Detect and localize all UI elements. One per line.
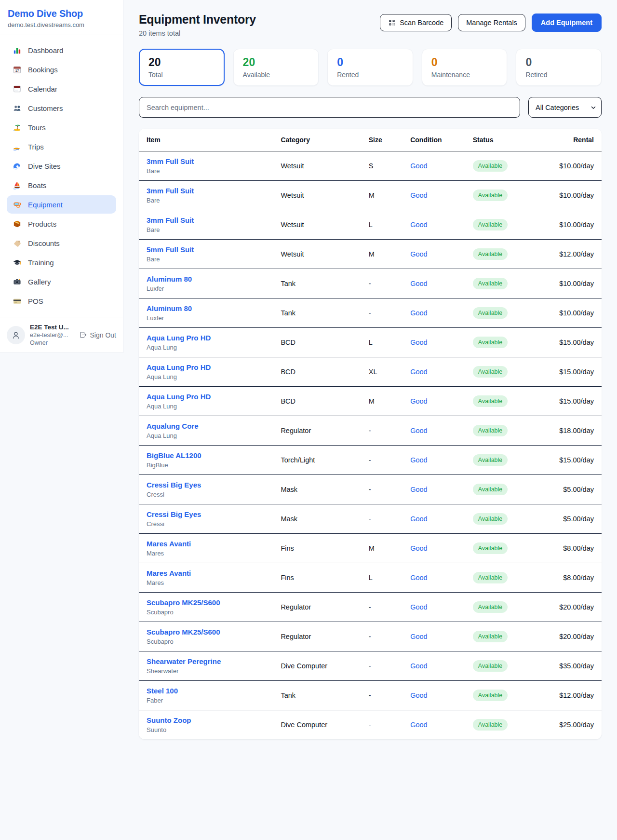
item-name-link[interactable]: Cressi Big Eyes [147, 510, 265, 518]
table-row[interactable]: Shearwater Peregrine Shearwater Dive Com… [139, 651, 602, 681]
table-row[interactable]: Cressi Big Eyes Cressi Mask - Good Avail… [139, 504, 602, 534]
sidebar-item-trips[interactable]: Trips [7, 137, 116, 156]
item-size: - [361, 622, 402, 651]
status-badge: Available [473, 690, 508, 701]
item-name-link[interactable]: Aluminum 80 [147, 275, 265, 283]
scan-barcode-button[interactable]: Scan Barcode [380, 14, 452, 31]
sidebar-item-gallery[interactable]: Gallery [7, 272, 116, 291]
table-row[interactable]: Mares Avanti Mares Fins L Good Available… [139, 563, 602, 593]
sidebar-item-dashboard[interactable]: Dashboard [7, 41, 116, 59]
item-name-link[interactable]: 3mm Full Suit [147, 157, 265, 165]
table-row[interactable]: Scubapro MK25/S600 Scubapro Regulator - … [139, 593, 602, 622]
equipment-table-card: Item Category Size Condition Status Rent… [139, 129, 602, 739]
table-row[interactable]: Scubapro MK25/S600 Scubapro Regulator - … [139, 622, 602, 651]
table-row[interactable]: Aluminum 80 Luxfer Tank - Good Available… [139, 269, 602, 298]
condition-link[interactable]: Good [410, 221, 427, 229]
sidebar-item-equipment[interactable]: Equipment [7, 195, 116, 214]
item-rental: $10.00/day [541, 151, 602, 181]
item-category: Torch/Light [273, 446, 361, 475]
table-row[interactable]: Cressi Big Eyes Cressi Mask - Good Avail… [139, 475, 602, 504]
table-row[interactable]: 3mm Full Suit Bare Wetsuit S Good Availa… [139, 151, 602, 181]
stat-card-total[interactable]: 20 Total [139, 49, 225, 86]
item-name-link[interactable]: Aqualung Core [147, 422, 265, 430]
status-badge: Available [473, 513, 508, 525]
table-row[interactable]: Suunto Zoop Suunto Dive Computer - Good … [139, 710, 602, 740]
stat-card-rented[interactable]: 0 Rented [327, 49, 413, 86]
condition-link[interactable]: Good [410, 368, 427, 376]
table-row[interactable]: Aluminum 80 Luxfer Tank - Good Available… [139, 298, 602, 328]
sidebar-item-dive-sites[interactable]: Dive Sites [7, 157, 116, 175]
sidebar-item-calendar[interactable]: Calendar [7, 80, 116, 98]
sidebar-item-pos[interactable]: POS [7, 292, 116, 310]
item-category: Dive Computer [273, 651, 361, 681]
condition-link[interactable]: Good [410, 574, 427, 582]
sidebar-item-boats[interactable]: Boats [7, 176, 116, 194]
table-row[interactable]: Aqua Lung Pro HD Aqua Lung BCD M Good Av… [139, 387, 602, 416]
item-name-link[interactable]: Scubapro MK25/S600 [147, 598, 265, 607]
item-name-link[interactable]: Scubapro MK25/S600 [147, 628, 265, 636]
table-row[interactable]: Aqua Lung Pro HD Aqua Lung BCD XL Good A… [139, 357, 602, 387]
stat-card-available[interactable]: 20 Available [233, 49, 319, 86]
table-row[interactable]: Aqualung Core Aqua Lung Regulator - Good… [139, 416, 602, 446]
condition-link[interactable]: Good [410, 456, 427, 464]
table-row[interactable]: 3mm Full Suit Bare Wetsuit M Good Availa… [139, 181, 602, 210]
condition-link[interactable]: Good [410, 515, 427, 523]
table-row[interactable]: Aqua Lung Pro HD Aqua Lung BCD L Good Av… [139, 328, 602, 357]
sidebar-item-customers[interactable]: Customers [7, 99, 116, 117]
condition-link[interactable]: Good [410, 721, 427, 729]
condition-link[interactable]: Good [410, 544, 427, 552]
calendar-date-icon: 17 [12, 65, 22, 74]
item-name-link[interactable]: 3mm Full Suit [147, 216, 265, 224]
sign-out-button[interactable]: Sign Out [79, 331, 116, 339]
condition-link[interactable]: Good [410, 427, 427, 434]
item-name-link[interactable]: Steel 100 [147, 687, 265, 695]
table-row[interactable]: 5mm Full Suit Bare Wetsuit M Good Availa… [139, 240, 602, 269]
item-name-link[interactable]: Suunto Zoop [147, 716, 265, 724]
condition-link[interactable]: Good [410, 397, 427, 405]
table-row[interactable]: Steel 100 Faber Tank - Good Available $1… [139, 681, 602, 710]
sidebar-item-discounts[interactable]: Discounts [7, 234, 116, 252]
column-status: Status [465, 129, 541, 151]
add-equipment-button[interactable]: Add Equipment [532, 14, 602, 32]
sidebar-item-tours[interactable]: Tours [7, 118, 116, 136]
item-rental: $8.00/day [541, 534, 602, 563]
condition-link[interactable]: Good [410, 250, 427, 258]
item-name-link[interactable]: Aqua Lung Pro HD [147, 334, 265, 342]
condition-link[interactable]: Good [410, 662, 427, 670]
item-name-link[interactable]: BigBlue AL1200 [147, 451, 265, 460]
stat-label: Retired [525, 71, 592, 79]
item-name-link[interactable]: Aqua Lung Pro HD [147, 393, 265, 401]
condition-link[interactable]: Good [410, 633, 427, 640]
sidebar-item-products[interactable]: Products [7, 215, 116, 233]
condition-link[interactable]: Good [410, 603, 427, 611]
person-icon [11, 330, 21, 340]
condition-link[interactable]: Good [410, 309, 427, 317]
item-brand: Scubapro [147, 609, 265, 616]
sidebar-item-bookings[interactable]: 17 Bookings [7, 60, 116, 79]
item-name-link[interactable]: Aluminum 80 [147, 304, 265, 312]
table-row[interactable]: BigBlue AL1200 BigBlue Torch/Light - Goo… [139, 446, 602, 475]
condition-link[interactable]: Good [410, 191, 427, 199]
manage-rentals-button[interactable]: Manage Rentals [458, 14, 525, 31]
search-input[interactable] [139, 97, 520, 118]
stat-card-retired[interactable]: 0 Retired [516, 49, 602, 86]
item-brand: BigBlue [147, 461, 265, 469]
condition-link[interactable]: Good [410, 280, 427, 287]
condition-link[interactable]: Good [410, 691, 427, 699]
item-name-link[interactable]: Mares Avanti [147, 569, 265, 577]
item-size: S [361, 151, 402, 181]
item-name-link[interactable]: Shearwater Peregrine [147, 657, 265, 665]
table-row[interactable]: 3mm Full Suit Bare Wetsuit L Good Availa… [139, 210, 602, 240]
sidebar-item-training[interactable]: Training [7, 253, 116, 271]
table-row[interactable]: Mares Avanti Mares Fins M Good Available… [139, 534, 602, 563]
item-name-link[interactable]: Mares Avanti [147, 540, 265, 548]
item-name-link[interactable]: Cressi Big Eyes [147, 481, 265, 489]
condition-link[interactable]: Good [410, 339, 427, 346]
condition-link[interactable]: Good [410, 486, 427, 493]
category-select[interactable]: All Categories [528, 97, 602, 118]
condition-link[interactable]: Good [410, 162, 427, 170]
stat-card-maintenance[interactable]: 0 Maintenance [422, 49, 508, 86]
item-name-link[interactable]: 5mm Full Suit [147, 245, 265, 254]
item-name-link[interactable]: 3mm Full Suit [147, 187, 265, 195]
item-name-link[interactable]: Aqua Lung Pro HD [147, 363, 265, 371]
